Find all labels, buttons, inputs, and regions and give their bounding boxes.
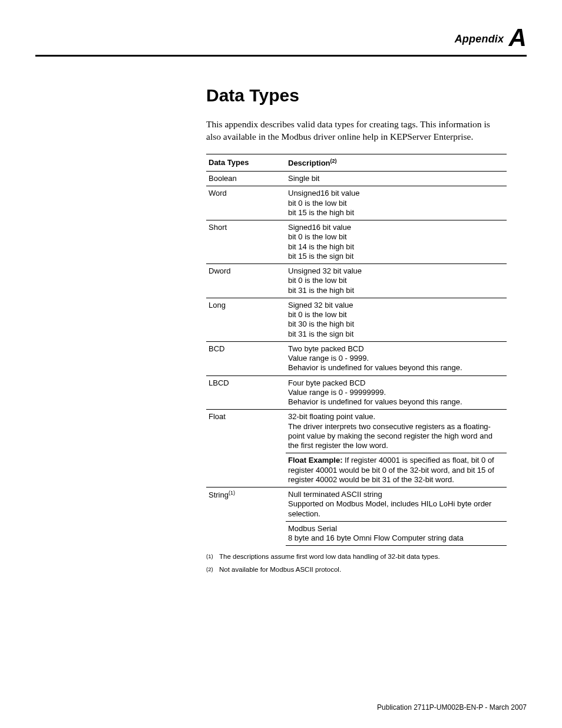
table-row: LBCD Four byte packed BCDValue range is … (206, 375, 507, 410)
col-header-types: Data Types (206, 154, 286, 171)
intro-paragraph: This appendix describes valid data types… (206, 118, 501, 143)
cell-type: Short (206, 220, 286, 264)
cell-type: LBCD (206, 375, 286, 410)
publication-footer: Publication 2711P-UM002B-EN-P - March 20… (377, 703, 527, 711)
page-title: Data Types (206, 85, 527, 106)
cell-desc-example: Float Example: If register 40001 is spec… (286, 453, 507, 487)
col-header-description: Description(2) (286, 154, 507, 171)
table-row: Dword Unsigned 32 bit valuebit 0 is the … (206, 264, 507, 298)
footnote-1: (1) The descriptions assume first word l… (206, 553, 527, 560)
col-header-desc-text: Description (288, 159, 330, 167)
cell-desc: Signed16 bit valuebit 0 is the low bitbi… (286, 220, 507, 264)
footnote-mark: (1) (206, 553, 219, 560)
cell-desc: Modbus Serial8 byte and 16 byte Omni Flo… (286, 521, 507, 546)
appendix-letter: A (508, 24, 527, 51)
table-row-string: String(1) Null terminated ASCII stringSu… (206, 487, 507, 522)
content: Data Types This appendix describes valid… (206, 85, 527, 579)
cell-type: Long (206, 298, 286, 341)
page-header: Appendix A (35, 24, 527, 57)
cell-type: Dword (206, 264, 286, 298)
cell-type: Float (206, 410, 286, 487)
string-type-sup: (1) (229, 490, 235, 496)
col-header-desc-sup: (2) (330, 158, 337, 164)
cell-type: BCD (206, 341, 286, 375)
cell-desc: 32-bit floating point value.The driver i… (286, 410, 507, 453)
appendix-word: Appendix (455, 33, 504, 45)
cell-desc: Two byte packed BCDValue range is 0 - 99… (286, 341, 507, 375)
table-row-float: Float 32-bit floating point value.The dr… (206, 410, 507, 453)
float-example-label: Float Example: (288, 456, 342, 465)
header-rule (35, 55, 527, 57)
data-types-table: Data Types Description(2) Boolean Single… (206, 154, 507, 546)
table-row: Long Signed 32 bit valuebit 0 is the low… (206, 298, 507, 341)
appendix-label: Appendix A (35, 24, 527, 55)
footnote-mark: (2) (206, 566, 219, 573)
cell-desc: Four byte packed BCDValue range is 0 - 9… (286, 375, 507, 410)
table-row: Boolean Single bit (206, 172, 507, 186)
string-type-text: String (209, 491, 229, 500)
table-row: Short Signed16 bit valuebit 0 is the low… (206, 220, 507, 264)
cell-desc: Single bit (286, 172, 507, 186)
cell-desc: Unsigned16 bit valuebit 0 is the low bit… (286, 186, 507, 220)
page: Appendix A Data Types This appendix desc… (0, 0, 562, 728)
footnote-text: The descriptions assume first word low d… (219, 553, 527, 560)
table-row: Word Unsigned16 bit valuebit 0 is the lo… (206, 186, 507, 220)
footnote-text: Not available for Modbus ASCII protocol. (219, 566, 527, 573)
table-header-row: Data Types Description(2) (206, 154, 507, 171)
cell-desc: Signed 32 bit valuebit 0 is the low bitb… (286, 298, 507, 341)
cell-desc: Null terminated ASCII stringSupported on… (286, 487, 507, 522)
table-row: BCD Two byte packed BCDValue range is 0 … (206, 341, 507, 375)
cell-desc: Unsigned 32 bit valuebit 0 is the low bi… (286, 264, 507, 298)
cell-type: Boolean (206, 172, 286, 186)
footnote-2: (2) Not available for Modbus ASCII proto… (206, 566, 527, 573)
cell-type: String(1) (206, 487, 286, 546)
cell-type: Word (206, 186, 286, 220)
footnotes: (1) The descriptions assume first word l… (206, 553, 527, 573)
